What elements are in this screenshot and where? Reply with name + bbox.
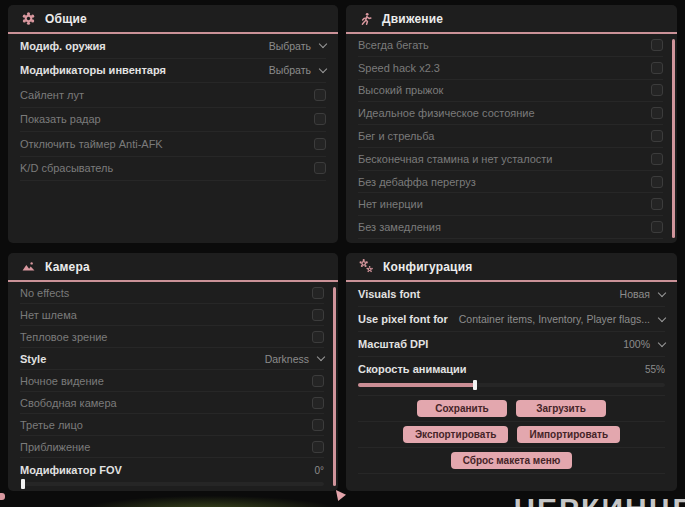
setting-label: Приближение (20, 441, 90, 453)
chevron-down-icon (319, 65, 327, 73)
setting-label: Сайлент лут (20, 89, 84, 101)
no-effects-checkbox[interactable] (312, 287, 324, 299)
image-mountains-icon (21, 259, 36, 274)
config-button-row-1: Сохранить Загрузить (358, 396, 665, 422)
setting-row-no-inertia: Нет инерции (358, 193, 663, 216)
setting-label: Use pixel font for (358, 313, 448, 325)
panel-title: Камера (45, 260, 90, 274)
chevron-down-icon (658, 338, 666, 346)
setting-label: Нет шлема (20, 309, 77, 321)
slider-handle[interactable] (473, 380, 477, 390)
high-jump-checkbox[interactable] (651, 84, 663, 96)
dropdown-value: Container items, Inventory, Player flags… (459, 313, 650, 325)
setting-row-infinite-stamina: Бесконечная стамина и нет усталости (358, 148, 663, 171)
setting-row-always-run: Всегда бегать (358, 34, 663, 57)
setting-label: Скорость анимации (358, 363, 467, 375)
chevron-down-icon (319, 40, 327, 48)
panel-camera-header[interactable]: Камера (8, 253, 338, 282)
reset-menu-layout-button[interactable]: Сброс макета меню (451, 452, 573, 469)
setting-row-kd-reset: K/D сбрасыватель (20, 157, 326, 182)
pixel-font-dropdown[interactable]: Container items, Inventory, Player flags… (459, 313, 665, 325)
load-button[interactable]: Загрузить (516, 400, 606, 417)
setting-row-no-effects: No effects (20, 282, 324, 304)
config-settings-list: Visuals font Новая Use pixel font for Co… (346, 282, 677, 474)
silent-loot-checkbox[interactable] (314, 89, 326, 101)
slider-track (20, 482, 324, 486)
show-radar-checkbox[interactable] (314, 113, 326, 125)
setting-label: Без замедления (358, 221, 441, 233)
style-dropdown[interactable]: Darkness (265, 353, 324, 365)
double-gears-icon (359, 259, 374, 274)
flower-gear-icon (21, 11, 36, 26)
slider-handle[interactable] (21, 479, 25, 489)
panel-general-header[interactable]: Общие (8, 5, 338, 34)
setting-row-style: Style Darkness (20, 348, 324, 370)
no-slowdown-checkbox[interactable] (651, 221, 663, 233)
setting-label: Высокий прыжок (358, 84, 443, 96)
setting-row-no-helmet: Нет шлема (20, 304, 324, 326)
chevron-down-icon (658, 288, 666, 296)
setting-label: Свободная камера (20, 397, 117, 409)
speed-hack-checkbox[interactable] (651, 62, 663, 74)
setting-row-dpi-scale: Масштаб DPI 100% (358, 332, 665, 357)
panel-config-header[interactable]: Конфигурация (346, 253, 677, 282)
setting-row-inventory-mods: Модификаторы инвентаря Выбрать (20, 59, 326, 84)
export-button[interactable]: Экспортировать (403, 426, 509, 443)
slider-fill (358, 383, 475, 387)
setting-label: Бесконечная стамина и нет усталости (358, 153, 553, 165)
setting-label: Модиф. оружия (20, 40, 106, 52)
setting-label: Всегда бегать (358, 39, 429, 51)
setting-row-perfect-condition: Идеальное физическое состояние (358, 102, 663, 125)
dropdown-value: 100% (623, 338, 650, 350)
movement-scrollbar[interactable] (672, 39, 675, 238)
dropdown-value: Новая (620, 288, 650, 300)
free-camera-checkbox[interactable] (312, 397, 324, 409)
night-vision-checkbox[interactable] (312, 375, 324, 387)
setting-row-visuals-font: Visuals font Новая (358, 282, 665, 307)
visuals-font-dropdown[interactable]: Новая (620, 288, 665, 300)
setting-row-thermal-vision: Тепловое зрение (20, 326, 324, 348)
setting-row-no-slowdown: Без замедления (358, 216, 663, 239)
setting-label: Бег и стрельба (358, 130, 434, 142)
setting-label: Идеальное физическое состояние (358, 107, 535, 119)
setting-row-third-person: Третье лицо (20, 414, 324, 436)
setting-label: Тепловое зрение (20, 331, 107, 343)
no-helmet-checkbox[interactable] (312, 309, 324, 321)
setting-label: Нет инерции (358, 198, 423, 210)
setting-label: K/D сбрасыватель (20, 162, 113, 174)
import-button[interactable]: Импортировать (517, 426, 620, 443)
setting-row-weapon-mod: Модиф. оружия Выбрать (20, 34, 326, 59)
panel-title: Конфигурация (383, 260, 472, 274)
weapon-mod-dropdown[interactable]: Выбрать (269, 40, 326, 52)
dpi-scale-dropdown[interactable]: 100% (623, 338, 665, 350)
animation-speed-slider[interactable] (358, 379, 665, 391)
thermal-vision-checkbox[interactable] (312, 331, 324, 343)
general-settings-list: Модиф. оружия Выбрать Модификаторы инвен… (8, 34, 338, 181)
setting-row-anti-afk: Отключить таймер Anti-AFK (20, 132, 326, 157)
panel-movement-header[interactable]: Движение (346, 5, 677, 34)
infinite-stamina-checkbox[interactable] (651, 153, 663, 165)
setting-label: Показать радар (20, 113, 101, 125)
always-run-checkbox[interactable] (651, 39, 663, 51)
config-button-row-2: Экспортировать Импортировать (358, 422, 665, 448)
dropdown-value: Выбрать (269, 40, 311, 52)
third-person-checkbox[interactable] (312, 419, 324, 431)
inventory-mods-dropdown[interactable]: Выбрать (269, 64, 326, 76)
setting-row-free-camera: Свободная камера (20, 392, 324, 414)
setting-row-no-overload-debuff: Без дебаффа перегруз (358, 171, 663, 194)
setting-row-zoom: Приближение (20, 436, 324, 458)
movement-settings-list: Всегда бегать Speed hack x2.3 Высокий пр… (346, 34, 677, 239)
fov-slider[interactable] (20, 478, 324, 490)
chevron-down-icon (317, 353, 325, 361)
camera-scrollbar[interactable] (333, 287, 336, 486)
zoom-checkbox[interactable] (312, 441, 324, 453)
kd-reset-checkbox[interactable] (314, 162, 326, 174)
run-and-shoot-checkbox[interactable] (651, 130, 663, 142)
no-overload-debuff-checkbox[interactable] (651, 176, 663, 188)
save-button[interactable]: Сохранить (417, 400, 507, 417)
setting-label: Модификаторы инвентаря (20, 64, 166, 76)
perfect-condition-checkbox[interactable] (651, 107, 663, 119)
anti-afk-checkbox[interactable] (314, 138, 326, 150)
no-inertia-checkbox[interactable] (651, 198, 663, 210)
setting-row-silent-loot: Сайлент лут (20, 83, 326, 108)
